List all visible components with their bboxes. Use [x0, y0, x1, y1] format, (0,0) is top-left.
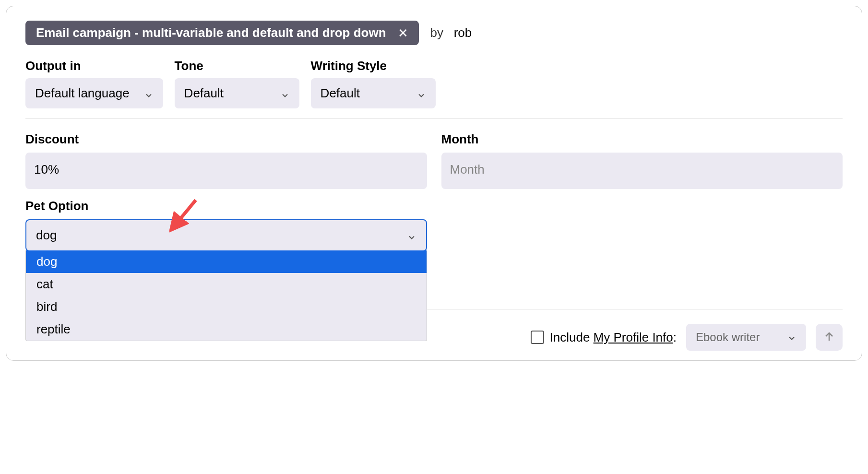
header-row: Email campaign - multi-variable and defa…	[25, 21, 843, 45]
divider	[25, 118, 843, 118]
discount-group: Discount	[25, 132, 427, 189]
profile-select[interactable]: Ebook writer	[686, 324, 806, 351]
include-link[interactable]: My Profile Info	[594, 330, 673, 344]
writing-style-value: Default	[321, 86, 360, 101]
pet-option-label: Pet Option	[25, 199, 427, 213]
campaign-title-chip: Email campaign - multi-variable and defa…	[25, 21, 419, 45]
chevron-down-icon	[407, 231, 416, 240]
output-in-group: Output in Default language	[25, 59, 163, 108]
include-profile-checkbox[interactable]	[531, 331, 544, 344]
discount-label: Discount	[25, 132, 427, 147]
writing-style-group: Writing Style Default	[311, 59, 436, 108]
form-grid: Discount Month	[25, 132, 843, 189]
form-card: Email campaign - multi-variable and defa…	[6, 6, 862, 361]
month-group: Month	[441, 132, 843, 189]
author-name: rob	[454, 25, 472, 40]
pet-option-value: dog	[36, 228, 57, 243]
include-suffix: :	[673, 330, 677, 344]
pet-option-select[interactable]: dog	[25, 219, 427, 251]
pet-option-item-dog[interactable]: dog	[26, 250, 427, 273]
chevron-down-icon	[144, 89, 154, 98]
month-label: Month	[441, 132, 843, 147]
by-label: by	[430, 25, 443, 40]
pet-option-group: Pet Option dog	[25, 199, 427, 251]
pet-option-item-reptile[interactable]: reptile	[26, 318, 427, 341]
pet-select-wrapper: dog dog cat bird reptile	[25, 219, 427, 251]
campaign-title: Email campaign - multi-variable and defa…	[36, 25, 386, 40]
writing-style-label: Writing Style	[311, 59, 436, 73]
byline: by rob	[430, 25, 472, 40]
output-in-value: Default language	[35, 86, 130, 101]
top-selects-row: Output in Default language Tone Default …	[25, 59, 843, 108]
output-in-label: Output in	[25, 59, 163, 73]
submit-button[interactable]	[816, 324, 843, 351]
arrow-up-icon	[823, 331, 835, 344]
tone-label: Tone	[175, 59, 299, 73]
chevron-down-icon	[416, 89, 426, 98]
tone-value: Default	[184, 86, 224, 101]
output-in-select[interactable]: Default language	[25, 78, 163, 108]
pet-option-dropdown: dog cat bird reptile	[25, 250, 427, 341]
writing-style-select[interactable]: Default	[311, 78, 436, 108]
discount-input[interactable]	[25, 153, 427, 189]
include-profile-wrap: Include My Profile Info:	[531, 330, 677, 345]
pet-option-item-bird[interactable]: bird	[26, 296, 427, 318]
tone-group: Tone Default	[175, 59, 299, 108]
pet-option-item-cat[interactable]: cat	[26, 273, 427, 296]
include-profile-label: Include My Profile Info:	[550, 330, 677, 345]
include-prefix: Include	[550, 330, 594, 344]
chevron-down-icon	[787, 332, 797, 342]
tone-select[interactable]: Default	[175, 78, 299, 108]
month-input[interactable]	[441, 153, 843, 189]
chevron-down-icon	[280, 89, 290, 98]
close-icon[interactable]: ✕	[398, 27, 408, 39]
pet-row: Pet Option dog	[25, 199, 843, 251]
profile-value: Ebook writer	[696, 331, 760, 344]
